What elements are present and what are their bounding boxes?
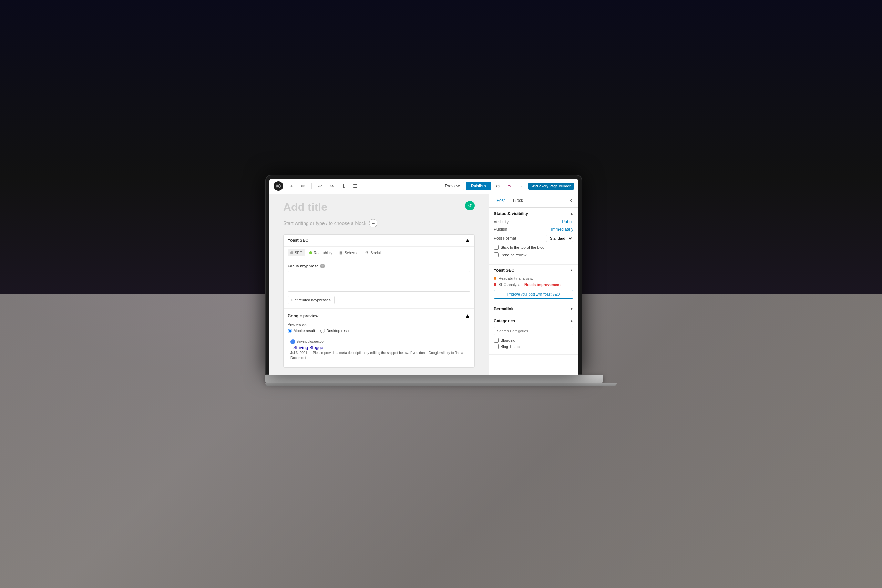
preview-button[interactable]: Preview	[441, 182, 464, 190]
settings-icon: ⚙	[496, 184, 500, 189]
categories-title: Categories	[494, 319, 515, 324]
status-visibility-title: Status & visibility	[494, 211, 528, 216]
edit-icon: ✏	[301, 183, 305, 189]
visibility-row: Visibility Public	[494, 219, 573, 224]
wpbakery-button[interactable]: WPBakery Page Builder	[528, 183, 574, 190]
post-format-select[interactable]: Standard	[546, 235, 573, 242]
permalink-section: Permalink ▼	[489, 303, 578, 315]
block-tab[interactable]: Block	[509, 195, 527, 206]
mobile-radio-input[interactable]	[288, 328, 292, 333]
google-preview-box: strivingblogger.com › - Striving Blogger…	[288, 336, 470, 363]
mobile-result-label: Mobile result	[294, 328, 315, 333]
readability-tab-label: Readability	[314, 251, 332, 255]
schema-tab-label: Schema	[345, 251, 358, 255]
category-blogging-label: Blogging	[501, 338, 515, 342]
pending-review-label: Pending review	[501, 253, 526, 257]
yoast-icon: Y/	[507, 184, 511, 188]
seo-analysis-row: SEO analysis: Needs improvement	[494, 282, 573, 286]
seo-analysis-label: SEO analysis:	[498, 282, 522, 286]
yoast-tab-schema[interactable]: ▦ Schema	[337, 249, 361, 256]
google-preview-section: Google preview ▲ Preview as: Mobile resu…	[284, 308, 474, 367]
yoast-sidebar-toggle: ▲	[570, 268, 573, 272]
undo-button[interactable]: ↩	[315, 181, 325, 191]
category-blogging-checkbox[interactable]	[494, 338, 498, 343]
publish-label: Publish	[494, 227, 507, 232]
yoast-left-panel: Focus keyphrase ? Get related keyphrases	[288, 264, 470, 304]
yoast-sidebar-content: Readability analysis: SEO analysis: Need…	[489, 276, 578, 303]
status-visibility-section: Status & visibility ▲ Visibility Public …	[489, 208, 578, 264]
yoast-tab-seo[interactable]: SEO	[288, 249, 305, 256]
redo-button[interactable]: ↪	[327, 181, 337, 191]
category-blogging-row: Blogging	[494, 338, 573, 343]
reusable-blocks-icon[interactable]: ↺	[465, 201, 475, 210]
sidebar-tabs: Post Block ×	[489, 194, 578, 208]
categories-toggle: ▲	[570, 319, 573, 323]
keyphrase-help-icon[interactable]: ?	[320, 264, 325, 268]
sidebar-close-button[interactable]: ×	[566, 196, 574, 205]
get-related-keyphrases-button[interactable]: Get related keyphrases	[288, 296, 334, 304]
publish-value[interactable]: Immediately	[551, 227, 573, 232]
permalink-header[interactable]: Permalink ▼	[489, 303, 578, 315]
visibility-label: Visibility	[494, 219, 508, 224]
google-page-title[interactable]: - Striving Blogger	[291, 345, 468, 350]
yoast-toolbar-button[interactable]: Y/	[505, 181, 514, 191]
readability-analysis-label: Readability analysis:	[498, 276, 533, 280]
yoast-sidebar-header[interactable]: Yoast SEO ▲	[489, 264, 578, 276]
yoast-seo-panel: Yoast SEO ▲ SEO Readability	[283, 234, 475, 368]
visibility-value[interactable]: Public	[562, 219, 573, 224]
category-blog-traffic-label: Blog Traffic	[501, 345, 519, 349]
improve-yoast-button[interactable]: Improve your post with Yoast SEO	[494, 290, 573, 298]
placeholder-text: Start writing or type / to choose a bloc…	[283, 220, 366, 226]
pending-review-checkbox[interactable]	[494, 252, 498, 257]
readability-analysis-row: Readability analysis:	[494, 276, 573, 280]
yoast-content: Focus keyphrase ? Get related keyphrases	[284, 260, 474, 308]
post-format-row: Post Format Standard	[494, 235, 573, 242]
more-icon: ⋮	[519, 184, 524, 189]
permalink-title: Permalink	[494, 307, 513, 311]
google-preview-collapse-icon[interactable]: ▲	[465, 313, 470, 319]
seo-analysis-value: Needs improvement	[524, 282, 561, 286]
yoast-tab-social[interactable]: ⚇ Social	[363, 249, 384, 256]
more-options-button[interactable]: ⋮	[516, 181, 526, 191]
wp-sidebar: Post Block × Status & visibility ▲	[489, 194, 578, 375]
settings-button[interactable]: ⚙	[493, 181, 502, 191]
info-button[interactable]: ℹ	[339, 181, 348, 191]
status-visibility-header[interactable]: Status & visibility ▲	[489, 208, 578, 219]
redo-icon: ↪	[330, 183, 334, 189]
post-title-field[interactable]: Add title	[283, 201, 475, 214]
post-tab[interactable]: Post	[492, 195, 509, 206]
search-categories-input[interactable]	[494, 327, 573, 335]
list-view-button[interactable]: ☰	[350, 181, 360, 191]
post-format-label: Post Format	[494, 236, 516, 241]
publish-button[interactable]: Publish	[466, 182, 490, 190]
undo-icon: ↩	[318, 183, 322, 189]
categories-header[interactable]: Categories ▲	[489, 315, 578, 327]
google-site-icon	[291, 339, 295, 344]
status-visibility-toggle: ▲	[570, 212, 573, 215]
focus-keyphrase-label: Focus keyphrase ?	[288, 264, 470, 268]
add-block-toolbar-button[interactable]: +	[286, 181, 296, 191]
focus-keyphrase-input[interactable]	[288, 271, 470, 292]
desktop-radio-input[interactable]	[320, 328, 325, 333]
social-tab-label: Social	[370, 251, 381, 255]
category-blog-traffic-checkbox[interactable]	[494, 344, 498, 349]
yoast-tab-readability[interactable]: Readability	[307, 249, 335, 256]
wordpress-logo: W	[273, 181, 283, 191]
yoast-panel-header[interactable]: Yoast SEO ▲	[284, 235, 474, 247]
yoast-panel-title: Yoast SEO	[288, 238, 308, 243]
permalink-toggle: ▼	[570, 307, 573, 311]
publish-row: Publish Immediately	[494, 227, 573, 232]
sticky-post-checkbox[interactable]	[494, 245, 498, 250]
edit-toolbar-button[interactable]: ✏	[298, 181, 308, 191]
google-url: strivingblogger.com ›	[291, 339, 468, 344]
laptop-base	[265, 375, 603, 383]
readability-dot	[494, 277, 496, 280]
categories-content: Blogging Blog Traffic	[489, 327, 578, 354]
pending-review-row: Pending review	[494, 252, 573, 257]
editor-content-area: ↺ Add title Start writing or type / to c…	[269, 194, 489, 375]
laptop-base-bottom	[265, 383, 617, 386]
desktop-result-radio[interactable]: Desktop result	[320, 328, 350, 333]
add-block-inline-button[interactable]: +	[369, 219, 377, 227]
mobile-result-radio[interactable]: Mobile result	[288, 328, 315, 333]
google-meta-date: Jul 3, 2021	[291, 351, 308, 355]
